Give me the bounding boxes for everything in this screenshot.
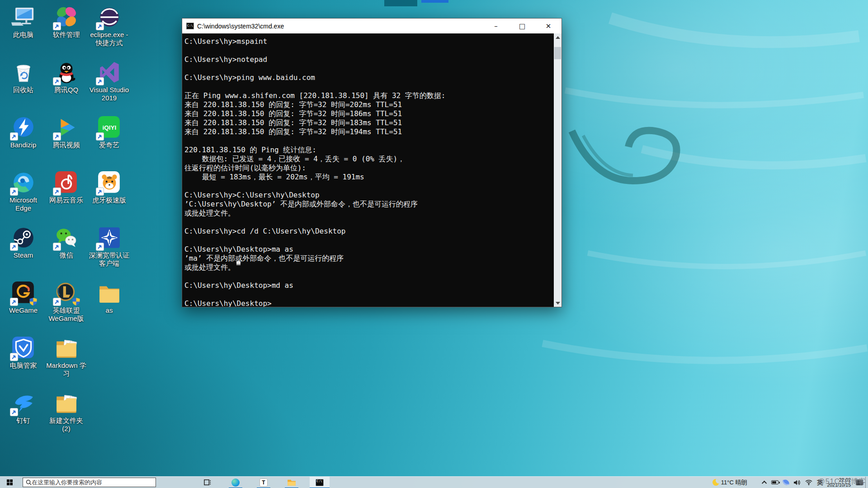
speaker-icon xyxy=(793,479,801,486)
taskbar-typora-button[interactable]: T xyxy=(254,477,274,488)
desktop-icon-iqiyi[interactable]: iQIYI 爱奇艺 xyxy=(88,114,131,169)
icon-label: 网易云音乐 xyxy=(49,196,83,204)
desktop-icon-microsoft-edge[interactable]: Microsoft Edge xyxy=(2,169,45,224)
desktop-icon-srun[interactable]: 深澜宽带认证客户端 xyxy=(88,224,131,279)
desktop-icon-dingtalk[interactable]: 钉钉 xyxy=(2,389,45,445)
close-button[interactable]: ✕ xyxy=(535,19,561,33)
input-language-indicator[interactable]: 英 xyxy=(815,477,825,488)
shortcut-arrow-icon xyxy=(10,243,18,250)
shortcut-arrow-icon xyxy=(10,133,18,140)
terminal-line: C:\Users\hy\Desktop>md as xyxy=(184,281,552,290)
task-view-button[interactable] xyxy=(198,477,217,488)
terminal-line: C:\Users\hy>C:\Users\hy\Desktop xyxy=(184,191,552,200)
scroll-down-arrow-icon[interactable] xyxy=(554,299,561,307)
desktop-icon-tencent-qq[interactable]: 腾讯QQ xyxy=(45,59,88,114)
terminal-line xyxy=(184,182,552,191)
taskbar-search[interactable] xyxy=(23,478,156,487)
maximize-button[interactable]: □ xyxy=(509,19,535,33)
notification-tray-icon[interactable] xyxy=(854,477,865,488)
icon-label: 回收站 xyxy=(13,86,33,94)
icon-label: 电脑管家 xyxy=(10,361,37,370)
icon-label: 新建文件夹 (2) xyxy=(45,417,88,433)
desktop-icon-huya[interactable]: 虎牙极速版 xyxy=(88,169,131,224)
terminal-line xyxy=(184,290,552,299)
folder-with-files-icon xyxy=(54,391,79,415)
desktop-icon-tencent-video[interactable]: 腾讯视频 xyxy=(45,114,88,169)
language-label: 英 xyxy=(817,479,823,487)
lol-icon xyxy=(54,281,79,305)
desktop-icon-as-folder[interactable]: as xyxy=(88,279,131,334)
hidden-window-artifact xyxy=(421,0,448,3)
terminal-line: 往返行程的估计时间(以毫秒为单位): xyxy=(184,164,552,173)
wifi-icon xyxy=(805,479,812,485)
desktop-icon-wegame[interactable]: WeGame xyxy=(2,279,45,334)
chevron-up-icon xyxy=(762,480,767,485)
icon-label: Bandizip xyxy=(10,141,37,149)
icon-label: 爱奇艺 xyxy=(99,141,119,149)
desktop-icon-steam[interactable]: Steam xyxy=(2,224,45,279)
wechat-icon xyxy=(54,225,79,250)
cmd-app-icon: C:\ xyxy=(186,23,194,29)
taskbar-cmd-button[interactable]: C:\ xyxy=(310,477,330,488)
shortcut-arrow-icon xyxy=(10,188,18,195)
desktop-icon-grid: 此电脑 回收站 Bandizip Microsoft Edge Steam xyxy=(2,4,131,445)
list-icon xyxy=(856,479,863,485)
search-input[interactable] xyxy=(32,479,153,486)
terminal-scrollbar[interactable] xyxy=(554,33,561,307)
desktop-icon-new-folder-2[interactable]: 新建文件夹 (2) xyxy=(45,389,88,445)
desktop-icon-this-pc[interactable]: 此电脑 xyxy=(2,4,45,59)
minimize-button[interactable]: – xyxy=(483,19,509,33)
icon-label: 微信 xyxy=(60,251,73,259)
desktop-icon-netease-music[interactable]: 网易云音乐 xyxy=(45,169,88,224)
shortcut-arrow-icon xyxy=(10,408,18,416)
volume-control[interactable] xyxy=(791,477,803,488)
weather-widget[interactable]: 11°C 晴朗 xyxy=(710,477,750,488)
terminal-line xyxy=(184,46,552,55)
icon-label: Markdown 学习 xyxy=(45,361,88,378)
desktop-icon-markdown-folder[interactable]: Markdown 学习 xyxy=(45,334,88,389)
windows-desktop: { "desktop": { "icons": [ {"name":"this-… xyxy=(0,0,868,488)
desktop-icon-pc-manager[interactable]: 电脑管家 xyxy=(2,334,45,389)
shortcut-arrow-icon xyxy=(96,78,104,85)
cmd-window-title: C:\windows\system32\cmd.exe xyxy=(197,23,483,30)
taskbar-file-explorer-button[interactable] xyxy=(282,477,302,488)
terminal-line: 来自 220.181.38.150 的回复: 字节=32 时间=186ms TT… xyxy=(184,109,552,118)
show-desktop-button[interactable] xyxy=(865,477,868,488)
scroll-up-arrow-icon[interactable] xyxy=(554,33,561,41)
scrollbar-thumb[interactable] xyxy=(554,47,561,59)
icon-label: Microsoft Edge xyxy=(2,196,45,212)
task-view-icon xyxy=(204,479,212,486)
start-button[interactable] xyxy=(0,477,19,488)
shortcut-arrow-icon xyxy=(53,298,61,305)
shortcut-arrow-icon xyxy=(53,23,61,30)
cmd-window: C:\ C:\windows\system32\cmd.exe – □ ✕ C:… xyxy=(182,18,562,307)
pc-manager-tray[interactable] xyxy=(781,477,791,488)
svg-text:iQIYI: iQIYI xyxy=(102,124,116,131)
terminal-output[interactable]: C:\Users\hy>mspaint C:\Users\hy>notepad … xyxy=(182,33,561,307)
steam-icon xyxy=(11,225,36,250)
leaf-icon xyxy=(783,479,790,486)
desktop-icon-bandizip[interactable]: Bandizip xyxy=(2,114,45,169)
icon-label: 深澜宽带认证客户端 xyxy=(88,251,131,267)
desktop-icon-wechat[interactable]: 微信 xyxy=(45,224,88,279)
terminal-line: C:\Users\hy\Desktop> xyxy=(184,299,552,307)
icon-label: 腾讯QQ xyxy=(54,86,78,94)
desktop-icon-eclipse[interactable]: eclipse.exe - 快捷方式 xyxy=(88,4,131,59)
windows-logo-icon xyxy=(7,479,13,485)
window-edge-artifact xyxy=(384,0,417,6)
battery-indicator[interactable] xyxy=(769,477,781,488)
uac-shield-icon xyxy=(72,297,80,306)
terminal-line xyxy=(184,236,552,245)
tray-overflow-button[interactable] xyxy=(761,477,769,488)
cmd-titlebar[interactable]: C:\ C:\windows\system32\cmd.exe – □ ✕ xyxy=(182,19,561,33)
desktop-icon-visual-studio[interactable]: Visual Studio 2019 xyxy=(88,59,131,114)
shortcut-arrow-icon xyxy=(53,78,61,85)
desktop-icon-lol-wegame[interactable]: 英雄联盟WeGame版 xyxy=(45,279,88,334)
desktop-icon-recycle-bin[interactable]: 回收站 xyxy=(2,59,45,114)
edge-icon xyxy=(11,170,36,195)
desktop-icon-software-manager[interactable]: 软件管理 xyxy=(45,4,88,59)
shortcut-arrow-icon xyxy=(96,243,104,250)
taskbar-clock[interactable]: 22:02 2021/10/15 xyxy=(825,478,854,488)
taskbar-edge-button[interactable] xyxy=(226,477,245,488)
network-indicator[interactable] xyxy=(803,477,815,488)
